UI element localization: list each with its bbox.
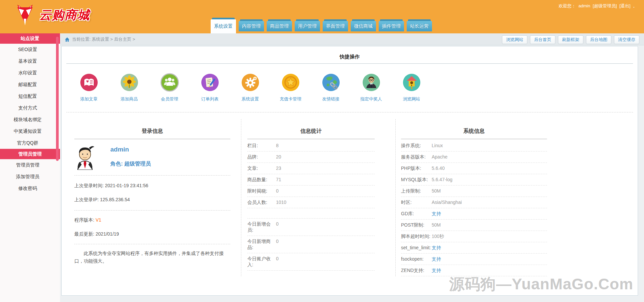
logout-link[interactable]: [退出] <box>619 3 630 8</box>
sidebar-header-1[interactable]: 站点设置 <box>0 33 60 44</box>
row-value: 0 <box>276 239 279 251</box>
last-update: 最后更新: 2021/01/19 <box>74 231 230 237</box>
quick-op-8[interactable]: 指定中奖人 <box>351 73 391 102</box>
sidebar-item-5[interactable]: 邮箱配置 <box>0 79 55 90</box>
row-value: 50M <box>432 188 441 194</box>
toolbar-button-5[interactable]: 清空缓存 <box>614 35 639 44</box>
gears-icon <box>241 73 260 93</box>
table-row: 上传限制:50M <box>401 186 547 197</box>
toolbar-button-3[interactable]: 刷新框架 <box>558 35 583 44</box>
coin-star-icon <box>281 73 300 93</box>
row-value: 20 <box>276 154 281 160</box>
sidebar-item-7[interactable]: 支付方式 <box>0 102 55 114</box>
table-row: PHP版本:5.6.40 <box>401 163 547 174</box>
sidebar-item-6[interactable]: 短信配置 <box>0 90 55 102</box>
tab-1[interactable]: 系统设置 <box>211 19 236 33</box>
breadcrumb-bar: 当前位置: 系统设置 > 后台主页 > 浏览网站后台首页刷新框架后台地图清空缓存 <box>60 33 644 45</box>
row-label: 脚本超时时间: <box>401 234 432 240</box>
quick-op-2[interactable]: 添加商品 <box>109 73 149 102</box>
row-value: Apache <box>432 154 447 160</box>
profile-username-link[interactable]: admin <box>110 146 151 153</box>
row-value-link[interactable]: 支持 <box>432 211 441 217</box>
sidebar: 站点设置SEO设置基本设置水印设置邮箱配置短信配置支付方式模块域名绑定中奖通知设… <box>0 33 60 302</box>
table-row: 脚本超时时间:100秒 <box>401 231 547 242</box>
last-login-ip: 上次登录IP: 125.85.236.54 <box>74 197 230 203</box>
table-row: 商品数量:71 <box>247 174 375 186</box>
quick-op-9[interactable]: 浏览网站 <box>391 73 432 102</box>
row-label: 今日新增商品: <box>247 239 276 251</box>
profile-role: 角色: 超级管理员 <box>110 161 151 168</box>
sidebar-item-9[interactable]: 中奖通知设置 <box>0 125 55 137</box>
tab-2[interactable]: 内容管理 <box>239 21 264 31</box>
title-divider <box>66 63 633 64</box>
quick-op-label: 浏览网站 <box>403 96 420 102</box>
system-info-rows: 操作系统:Linux服务器版本:ApachePHP版本:5.6.40MYSQL版… <box>401 140 547 276</box>
sidebar-item-10[interactable]: 官方QQ群 <box>0 137 55 149</box>
quick-op-label: 友情链接 <box>322 96 340 102</box>
sidebar-item-12[interactable]: 管理员管理 <box>0 159 55 171</box>
table-row: 操作系统:Linux <box>401 140 547 152</box>
logo[interactable]: 云购商城 <box>15 4 90 26</box>
row-value-link[interactable]: 支持 <box>432 268 441 274</box>
row-value: 0 <box>276 221 279 233</box>
stats-section: 信息统计 栏目:8品牌:20文章:23商品数量:71限时揭晓:0会员人数:101… <box>241 119 395 276</box>
row-value: 100秒 <box>432 234 444 240</box>
system-info-section: 系统信息 操作系统:Linux服务器版本:ApachePHP版本:5.6.40M… <box>395 119 562 276</box>
tab-8[interactable]: 站长运营 <box>407 21 432 31</box>
row-value: 1010 <box>276 200 286 206</box>
sidebar-item-8[interactable]: 模块域名绑定 <box>0 114 55 125</box>
info-columns: 登录信息 admin <box>68 119 563 276</box>
table-row <box>247 208 375 219</box>
stats-title: 信息统计 <box>247 128 375 139</box>
sidebar-header-11[interactable]: 管理员管理 <box>0 149 60 159</box>
quick-op-6[interactable]: 充值卡管理 <box>270 73 311 102</box>
tab-4[interactable]: 用户管理 <box>295 21 320 31</box>
table-row: GD库:支持 <box>401 208 547 220</box>
tab-6[interactable]: 微信商城 <box>351 21 376 31</box>
table-row: MYSQL版本:5.6.47-log <box>401 174 547 186</box>
logo-text: 云购商城 <box>39 7 90 23</box>
system-description: 此系统为专业夺宝网站程序，有多种实用插件，并集成了各种支付接口，功能强大。 <box>74 250 230 265</box>
sidebar-scrollbar[interactable] <box>56 37 59 161</box>
quick-op-7[interactable]: 友情链接 <box>311 73 351 102</box>
welcome-prefix: 欢迎您： <box>559 3 576 8</box>
quick-op-3[interactable]: 会员管理 <box>149 73 190 102</box>
top-header: 云购商城 欢迎您： admin [超级管理员] [退出] 。 系统设置内容管理商… <box>0 0 644 33</box>
row-value: 5.6.40 <box>432 166 445 172</box>
tab-5[interactable]: 界面管理 <box>323 21 348 31</box>
row-label: 操作系统: <box>401 143 432 149</box>
quick-ops-row: 添加文章添加商品会员管理订单列表系统设置充值卡管理友情链接指定中奖人浏览网站 <box>62 73 638 102</box>
sidebar-item-3[interactable]: 基本设置 <box>0 55 55 67</box>
row-value-link[interactable]: 支持 <box>432 256 441 262</box>
sidebar-item-13[interactable]: 添加管理员 <box>0 171 55 183</box>
toolbar-button-1[interactable]: 浏览网站 <box>502 35 527 44</box>
row-label: ZEND支持: <box>401 268 432 274</box>
toolbar-button-4[interactable]: 后台地图 <box>586 35 611 44</box>
table-row: POST限制:50M <box>401 220 547 231</box>
row-label: 服务器版本: <box>401 154 432 160</box>
quick-op-label: 充值卡管理 <box>280 96 301 102</box>
avatar <box>74 144 96 170</box>
quick-op-label: 系统设置 <box>242 96 259 102</box>
tab-3[interactable]: 商品管理 <box>267 21 292 31</box>
last-login-time: 上次登录时间: 2021-01-19 23:41:56 <box>74 183 230 189</box>
table-row: 文章:23 <box>247 163 375 174</box>
sidebar-item-14[interactable]: 修改密码 <box>0 183 55 194</box>
table-row: 时区:Asia/Shanghai <box>401 197 547 208</box>
sidebar-item-2[interactable]: SEO设置 <box>0 44 55 55</box>
toolbar-button-2[interactable]: 后台首页 <box>530 35 555 44</box>
table-row: 限时揭晓:0 <box>247 186 375 197</box>
quick-op-5[interactable]: 系统设置 <box>230 73 270 102</box>
winner-person-icon <box>362 73 381 93</box>
row-value-link[interactable]: 支持 <box>432 245 441 251</box>
quick-op-1[interactable]: 添加文章 <box>69 73 109 102</box>
quick-op-4[interactable]: 订单列表 <box>190 73 230 102</box>
version-value: V1 <box>96 217 101 223</box>
login-info-title: 登录信息 <box>74 128 230 139</box>
row-label: 商品数量: <box>247 177 276 183</box>
tab-7[interactable]: 插件管理 <box>379 21 404 31</box>
sidebar-item-4[interactable]: 水印设置 <box>0 67 55 79</box>
table-row: 今日新增会员:0 <box>247 219 375 236</box>
row-label: 品牌: <box>247 154 276 160</box>
row-value: Linux <box>432 143 443 149</box>
